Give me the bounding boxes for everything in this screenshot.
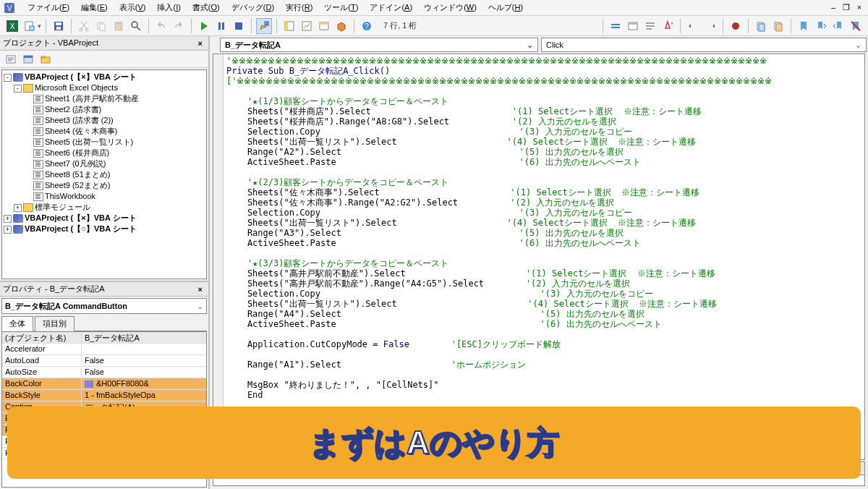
copy-button[interactable] [93,18,109,34]
edit-tb1-icon[interactable] [608,18,624,34]
property-value[interactable]: &H00FF8080& [82,378,206,389]
tree-node[interactable]: -VBAProject (【×】VBA シート [4,72,205,82]
bookmark-button[interactable] [796,18,812,34]
tree-expand-icon[interactable]: + [4,215,12,223]
property-value[interactable]: 1 - fmBackStyleOpa [82,390,206,401]
property-row[interactable]: (オブジェクト名)B_データ転記A [2,332,206,344]
tree-node[interactable]: Sheet7 (0凡例説) [4,158,205,169]
code-line: Selection.Copy '(3) 入力元のセルをコピー [226,208,861,218]
menu-item[interactable]: 実行(R) [280,1,318,13]
toggle-folders-button[interactable] [38,51,54,67]
properties-button[interactable] [299,18,315,34]
tree-node[interactable]: Sheet8 (51まとめ) [4,169,205,180]
object-dropdown[interactable]: B_データ転記A ⌄ [220,38,538,52]
tree-node[interactable]: +VBAProject (【×】VBA シート [4,213,205,224]
find-button[interactable] [128,18,144,34]
svg-text:V: V [7,4,12,12]
menu-item[interactable]: ファイル(F) [22,1,75,13]
svg-text:?: ? [365,22,369,30]
property-row[interactable]: BackColor&H00FF8080& [2,378,206,390]
reset-button[interactable] [231,18,247,34]
tree-node[interactable]: Sheet2 (請求書) [4,104,205,115]
view-code-button[interactable] [3,51,19,67]
next-bookmark-button[interactable] [813,18,829,34]
menu-item[interactable]: デバッグ(D) [226,1,280,13]
property-row[interactable]: AutoLoadFalse [2,355,206,367]
tree-node[interactable]: Sheet4 (佐々木商事) [4,126,205,137]
svg-point-15 [132,22,137,27]
restore-button[interactable]: ❐ [841,3,852,12]
cut-button[interactable] [76,18,92,34]
tree-expand-icon[interactable]: - [4,74,12,82]
redo-button[interactable] [171,18,187,34]
module-icon [33,182,43,190]
undo-button[interactable] [153,18,169,34]
property-row[interactable]: AutoSizeFalse [2,367,206,378]
menu-item[interactable]: ツール(T) [318,1,364,13]
menu-item[interactable]: ヘルプ(H) [482,1,529,13]
clear-bookmarks-button[interactable] [848,18,864,34]
tree-node[interactable]: -Microsoft Excel Objects [4,82,205,93]
breakpoint-button[interactable] [728,18,744,34]
toolbox-button[interactable] [333,18,349,34]
paste-button[interactable] [111,18,127,34]
prev-bookmark-button[interactable] [830,18,846,34]
outdent-button[interactable] [702,18,718,34]
tree-expand-icon[interactable]: + [4,226,12,234]
break-button[interactable] [213,18,229,34]
property-value[interactable]: False [82,355,206,366]
property-value[interactable]: B_データ転記A [82,332,206,343]
tree-node[interactable]: ThisWorkbook [4,191,205,202]
menu-item[interactable]: ウィンドウ(W) [418,1,482,13]
tree-node[interactable]: Sheet5 (出荷一覧リスト) [4,137,205,148]
menu-item[interactable]: 編集(E) [75,1,114,13]
procedure-dropdown[interactable]: Click ⌄ [541,38,867,52]
project-tree[interactable]: -VBAProject (【×】VBA シート-Microsoft Excel … [1,69,207,279]
tree-label: Sheet9 (52まとめ) [45,181,110,190]
minimize-button[interactable]: – [827,3,839,12]
menu-item[interactable]: 挿入(I) [151,1,186,13]
tab-all[interactable]: 全体 [1,316,33,331]
property-row[interactable]: BackStyle1 - fmBackStyleOpa [2,390,206,401]
menu-item[interactable]: 表示(V) [114,1,152,13]
tree-expand-icon[interactable]: + [14,204,22,212]
tree-node[interactable]: Sheet9 (52まとめ) [4,180,205,191]
tree-expand-icon[interactable]: - [14,85,22,93]
code-editor[interactable]: '※※※※※※※※※※※※※※※※※※※※※※※※※※※※※※※※※※※※※※※… [213,54,865,460]
insert-module-button[interactable] [22,18,38,34]
tree-node[interactable]: Sheet6 (桜井商店) [4,148,205,158]
project-explorer-button[interactable] [281,18,297,34]
code-line: '★(1/3)顧客シートからデータをコピー＆ペースト [226,96,861,106]
indent-button[interactable] [685,18,701,34]
project-panel-close-icon[interactable]: × [195,39,205,48]
help-button[interactable]: ? [359,18,375,34]
property-value[interactable]: False [82,367,206,378]
properties-panel-close-icon[interactable]: × [195,285,205,294]
tab-categorized[interactable]: 項目別 [35,316,75,331]
tree-label: 標準モジュール [35,203,90,211]
code-line: Sheets("佐々木商事").Range("A2:G2").Select '(… [226,197,861,208]
comment-button[interactable] [753,18,769,34]
uncomment-button[interactable] [770,18,786,34]
tree-node[interactable]: +VBAProject (【○】VBA シート [4,224,205,234]
tree-node[interactable]: Sheet1 (高井戸駅前不動産 [4,93,205,104]
run-button[interactable] [196,18,212,34]
properties-object-dropdown[interactable]: B_データ転記A CommandButton ⌄ [1,298,207,314]
edit-tb4-icon[interactable]: + [660,18,676,34]
close-button[interactable]: × [854,3,865,12]
object-browser-button[interactable] [316,18,332,34]
edit-tb2-icon[interactable] [625,18,641,34]
tree-node[interactable]: Sheet3 (請求書 (2)) [4,115,205,126]
design-mode-button[interactable] [256,18,272,34]
edit-tb3-icon[interactable] [642,18,658,34]
property-value[interactable] [82,344,206,354]
tree-label: VBAProject (【○】VBA シート [25,224,137,233]
menu-item[interactable]: アドイン(A) [364,1,418,13]
excel-icon[interactable]: X [4,18,20,34]
tree-node[interactable]: +標準モジュール [4,202,205,213]
view-object-button[interactable] [20,51,36,67]
menu-item[interactable]: 書式(O) [187,1,226,13]
property-row[interactable]: Accelerator [2,344,206,355]
save-button[interactable] [51,18,67,34]
svg-rect-19 [222,22,224,30]
